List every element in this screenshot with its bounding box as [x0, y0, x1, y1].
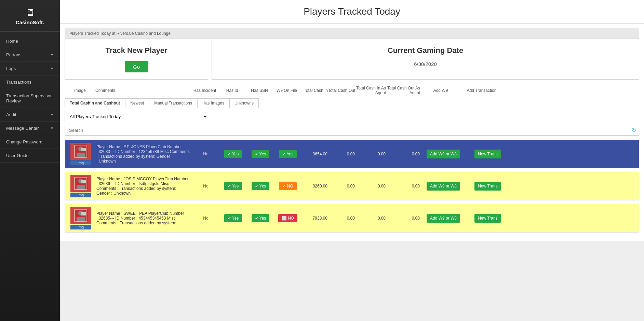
sidebar-item-message-center[interactable]: Message Center ▼: [0, 122, 60, 135]
player-photo: ID: [70, 143, 91, 160]
svg-text:ID: ID: [82, 149, 84, 151]
sidebar: 🖥 CasinoSoft. Home Patrons ▼ Logs ▼ Tran…: [0, 0, 60, 321]
has-id-button[interactable]: ✔ Yes: [224, 214, 242, 222]
new-trans-button[interactable]: New Trans: [474, 150, 501, 158]
player-info: Player Name ::JOSIE MCCOY PlayerClub Num…: [96, 177, 192, 196]
has-ssn-badge: ✔ Yes: [247, 150, 274, 158]
sidebar-item-change-password[interactable]: Change Password: [0, 135, 60, 149]
col-header-add-w9: Add W9: [420, 88, 461, 93]
w9-button[interactable]: ✔ NO: [279, 182, 296, 190]
search-wrap: ↻: [65, 125, 639, 136]
chevron-down-icon: ▼: [50, 67, 54, 70]
total-cash-in: 8654.00: [301, 152, 329, 156]
tab-has-images[interactable]: Has Images: [197, 98, 229, 108]
content-area: Players Tracked Today at Riverdale Casin…: [60, 24, 644, 321]
chevron-down-icon: ▼: [50, 126, 54, 130]
table-row: ID Img Player Name ::JOSIE MCCOY PlayerC…: [65, 172, 639, 200]
player-photo: ID: [70, 207, 91, 224]
track-new-player-title: Track New Player: [72, 46, 201, 55]
add-w9-button[interactable]: Add W9 or W8: [427, 182, 460, 191]
player-image-wrap: ID Img: [67, 143, 94, 165]
gaming-date-title: Current Gaming Date: [219, 46, 632, 55]
has-ssn-button[interactable]: ✔ Yes: [252, 150, 270, 158]
col-header-comments: Comments: [95, 88, 191, 93]
table-row: ID Img Player Name ::F.P. JONES PlayerCl…: [65, 140, 639, 168]
col-header-total-cash-out: Total Cash Out: [328, 88, 355, 93]
player-image-wrap: ID Img: [67, 207, 94, 229]
player-image-wrap: ID Img: [67, 175, 94, 197]
total-cash-in: 7933.00: [301, 216, 329, 221]
sidebar-item-patrons[interactable]: Patrons ▼: [0, 48, 60, 62]
filter-dropdown-wrap: All Players Tracked Today Has Incident N…: [65, 111, 639, 122]
tab-total-cashin-cashout[interactable]: Total Cashin and Cashout: [65, 98, 125, 108]
sidebar-item-logs[interactable]: Logs ▼: [0, 62, 60, 75]
filter-tabs: Total Cashin and Cashout Newest Manual T…: [65, 98, 639, 108]
w9-button[interactable]: ⬜ NO: [278, 214, 297, 222]
has-id-button[interactable]: ✔ Yes: [224, 150, 242, 158]
new-trans-button[interactable]: New Trans: [474, 214, 501, 223]
total-cash-out-agent: 0.00: [387, 184, 421, 189]
has-id-button[interactable]: ✔ Yes: [224, 182, 242, 190]
table-row: ID Img Player Name ::SWEET PEA PlayerClu…: [65, 204, 639, 233]
tab-unknowns[interactable]: Unknowns: [229, 98, 259, 108]
img-label: Img: [70, 193, 91, 197]
has-ssn-badge: ✔ Yes: [247, 214, 274, 222]
svg-rect-2: [77, 153, 85, 157]
add-w9-cell: Add W9 or W8: [421, 214, 466, 223]
main-area: Players Tracked Today Players Tracked To…: [60, 0, 644, 321]
has-ssn-button[interactable]: ✔ Yes: [252, 182, 270, 190]
sidebar-item-transactions[interactable]: Transactions: [0, 75, 60, 89]
total-cash-out-agent: 0.00: [387, 152, 421, 156]
page-title: Players Tracked Today: [60, 0, 644, 24]
total-cash-in: 8260.00: [301, 184, 329, 189]
tab-manual-transactions[interactable]: Manual Transactions: [149, 98, 197, 108]
w9-button[interactable]: ✔ Yes: [279, 150, 297, 158]
gaming-date-value: 6/30/2020: [219, 61, 632, 67]
col-header-w9: W9 On File: [273, 88, 300, 93]
col-header-has-incident: Has Incident: [191, 88, 218, 93]
search-input[interactable]: [68, 125, 632, 135]
go-button[interactable]: Go: [125, 61, 148, 72]
add-trans-cell: New Trans: [466, 214, 510, 223]
has-ssn-button[interactable]: ✔ Yes: [252, 214, 270, 222]
total-cash-out: 0.00: [329, 152, 356, 156]
has-incident-value: No: [192, 152, 219, 156]
gaming-date-panel: Current Gaming Date 6/30/2020: [212, 39, 639, 80]
svg-text:ID: ID: [82, 213, 84, 215]
sidebar-item-home[interactable]: Home: [0, 34, 60, 48]
logo-icon: 🖥: [25, 7, 35, 18]
sidebar-item-user-guide[interactable]: User Guide: [0, 149, 60, 163]
add-w9-button[interactable]: Add W9 or W8: [427, 214, 460, 223]
chevron-down-icon: ▼: [50, 113, 54, 116]
logo-area: 🖥 CasinoSoft.: [0, 3, 60, 32]
col-header-total-cash-in: Total Cash In: [300, 88, 328, 93]
chevron-down-icon: ▼: [50, 53, 54, 57]
refresh-icon[interactable]: ↻: [632, 127, 636, 134]
filter-dropdown[interactable]: All Players Tracked Today Has Incident N…: [65, 111, 208, 122]
has-id-badge: ✔ Yes: [219, 214, 247, 222]
add-w9-cell: Add W9 or W8: [421, 150, 466, 158]
col-header-cash-in-agent: Total Cash In As Agent: [355, 86, 386, 95]
col-header-has-id: Has Id: [218, 88, 246, 93]
player-info: Player Name ::SWEET PEA PlayerClub Numbe…: [96, 211, 192, 225]
track-new-player-panel: Track New Player Go: [65, 39, 208, 80]
sidebar-item-audit[interactable]: Audit ▼: [0, 108, 60, 122]
add-w9-button[interactable]: Add W9 or W8: [427, 150, 460, 158]
new-trans-button[interactable]: New Trans: [474, 182, 501, 191]
sidebar-item-transaction-supervisor-review[interactable]: Transaction Supervisor Review: [0, 89, 60, 108]
col-header-add-transaction: Add Transaction: [461, 88, 502, 93]
col-header-has-ssn: Has SSN: [246, 88, 273, 93]
column-headers: Image Comments Has Incident Has Id Has S…: [65, 84, 639, 97]
tab-newest[interactable]: Newest: [125, 98, 149, 108]
img-label: Img: [70, 160, 91, 165]
col-header-image: Image: [65, 88, 95, 93]
total-cash-in-agent: 0.00: [356, 184, 387, 189]
total-cash-out: 0.00: [329, 216, 356, 221]
has-incident-value: No: [192, 184, 219, 189]
has-id-badge: ✔ Yes: [219, 150, 247, 158]
total-cash-out: 0.00: [329, 184, 356, 189]
svg-text:ID: ID: [82, 181, 84, 183]
total-cash-out-agent: 0.00: [387, 216, 421, 221]
has-id-badge: ✔ Yes: [219, 182, 247, 190]
w9-on-file-badge: ⬜ NO: [274, 214, 301, 222]
